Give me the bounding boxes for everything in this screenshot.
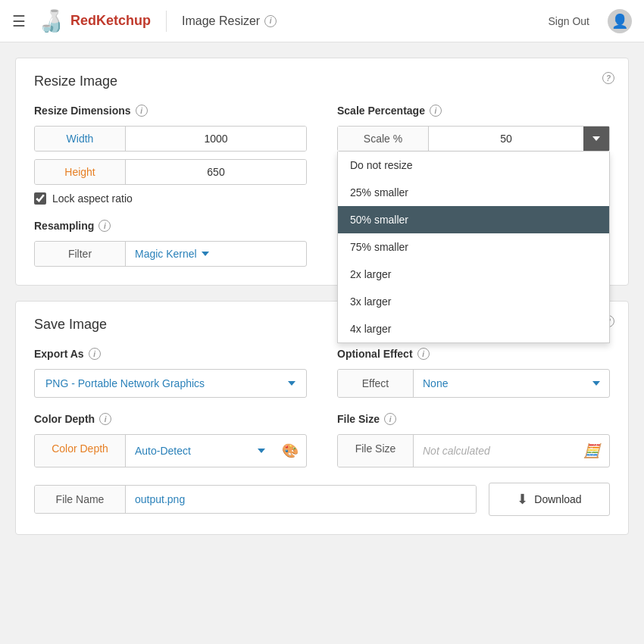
width-row: Width xyxy=(34,126,307,152)
export-label: Export As i xyxy=(34,348,307,360)
filter-value: Magic Kernel xyxy=(135,248,197,260)
color-depth-label-text: Color Depth xyxy=(34,413,95,425)
effect-value: None xyxy=(423,377,448,389)
scale-option-25-smaller[interactable]: 25% smaller xyxy=(338,179,609,206)
sign-out-link[interactable]: Sign Out xyxy=(549,15,589,27)
scale-option-4x-larger[interactable]: 4x larger xyxy=(338,315,609,342)
filename-input[interactable] xyxy=(126,486,476,513)
logo: 🍶 RedKetchup xyxy=(38,8,151,33)
scale-field-label: Scale % xyxy=(338,127,429,151)
filesize-info-icon[interactable]: i xyxy=(384,413,396,425)
height-input[interactable] xyxy=(126,160,306,184)
effect-chevron-icon xyxy=(592,381,600,386)
avatar[interactable]: 👤 xyxy=(608,9,632,33)
logo-icon: 🍶 xyxy=(38,8,64,33)
dimensions-info-icon[interactable]: i xyxy=(136,105,148,117)
height-label: Height xyxy=(35,160,126,184)
scale-dropdown-menu: Do not resize 25% smaller 50% smaller 75… xyxy=(337,152,610,343)
resize-card-title: Resize Image xyxy=(34,73,610,89)
scale-option-50-smaller[interactable]: 50% smaller xyxy=(338,206,609,233)
resampling-row: Filter Magic Kernel xyxy=(34,241,307,267)
color-depth-info-icon[interactable]: i xyxy=(99,413,111,425)
scale-col: Scale Percentage i Scale % 50 Do not res… xyxy=(337,105,610,267)
export-chevron-icon xyxy=(288,381,295,386)
color-depth-label: Color Depth i xyxy=(34,413,307,425)
download-label: Download xyxy=(534,493,581,505)
effect-label: Optional Effect i xyxy=(337,348,610,360)
lock-aspect-checkbox[interactable] xyxy=(34,192,46,205)
scale-dropdown-button[interactable] xyxy=(583,127,609,151)
menu-icon[interactable]: ☰ xyxy=(12,12,26,30)
resampling-label-text: Resampling xyxy=(34,220,94,232)
resampling-info-icon[interactable]: i xyxy=(98,220,111,232)
app-title-text: Image Resizer xyxy=(182,14,260,28)
scale-chevron-icon xyxy=(592,136,600,141)
filesize-label: File Size i xyxy=(337,413,610,425)
color-depth-chevron-icon xyxy=(258,449,265,453)
lock-aspect-row: Lock aspect ratio xyxy=(34,192,307,205)
export-value-text: PNG - Portable Network Graphics xyxy=(45,377,205,389)
dimensions-label-text: Resize Dimensions xyxy=(34,105,131,117)
color-depth-value: Auto-Detect xyxy=(135,445,191,457)
header-divider xyxy=(166,11,167,32)
scale-label: Scale Percentage i xyxy=(337,105,610,117)
filter-dropdown[interactable]: Magic Kernel xyxy=(126,242,306,266)
main-content: Resize Image ? Resize Dimensions i Width… xyxy=(0,42,644,550)
header-title: Image Resizer i xyxy=(182,14,277,28)
download-icon: ⬇ xyxy=(517,491,528,508)
filter-chevron-icon xyxy=(202,252,209,256)
resize-card-help-icon[interactable]: ? xyxy=(602,72,614,84)
filename-label: File Name xyxy=(35,486,126,513)
scale-row: Scale % 50 xyxy=(337,126,610,152)
dimensions-label: Resize Dimensions i xyxy=(34,105,307,117)
save-two-col: Export As i PNG - Portable Network Graph… xyxy=(34,348,610,467)
filesize-calc-icon[interactable]: 🧮 xyxy=(583,442,600,459)
export-col: Export As i PNG - Portable Network Graph… xyxy=(34,348,307,467)
color-depth-dropdown[interactable]: Auto-Detect xyxy=(126,435,274,467)
export-label-text: Export As xyxy=(34,348,84,360)
lock-aspect-label: Lock aspect ratio xyxy=(52,192,133,205)
filesize-value-text: Not calculated xyxy=(423,445,490,457)
logo-name: RedKetchup xyxy=(70,13,151,29)
color-depth-field-label: Color Depth xyxy=(35,435,126,467)
filename-row: File Name xyxy=(34,485,477,514)
scale-option-do-not-resize[interactable]: Do not resize xyxy=(338,152,609,179)
effect-col: Optional Effect i Effect None File Size … xyxy=(337,348,610,467)
effect-dropdown[interactable]: None xyxy=(414,370,609,397)
scale-option-3x-larger[interactable]: 3x larger xyxy=(338,288,609,315)
filter-label: Filter xyxy=(35,242,126,266)
filesize-field-label: File Size xyxy=(338,435,414,467)
scale-label-text: Scale Percentage xyxy=(337,105,425,117)
scale-info-icon[interactable]: i xyxy=(430,105,442,117)
effect-info-icon[interactable]: i xyxy=(417,348,430,360)
scale-value: 50 xyxy=(429,127,583,151)
download-button[interactable]: ⬇ Download xyxy=(489,483,610,516)
color-depth-row: Color Depth Auto-Detect 🎨 xyxy=(34,434,307,467)
resize-dimensions-col: Resize Dimensions i Width Height Lock as… xyxy=(34,105,307,267)
color-depth-palette-icon: 🎨 xyxy=(274,435,306,467)
width-label: Width xyxy=(35,127,126,151)
filesize-value: Not calculated 🧮 xyxy=(414,435,609,467)
effect-label-text: Optional Effect xyxy=(337,348,413,360)
app-header: ☰ 🍶 RedKetchup Image Resizer i Sign Out … xyxy=(0,0,644,42)
resize-two-col: Resize Dimensions i Width Height Lock as… xyxy=(34,105,610,267)
resize-card: Resize Image ? Resize Dimensions i Width… xyxy=(15,58,629,286)
width-input[interactable] xyxy=(126,127,306,151)
scale-option-2x-larger[interactable]: 2x larger xyxy=(338,261,609,288)
header-info-icon[interactable]: i xyxy=(264,15,277,27)
scale-option-75-smaller[interactable]: 75% smaller xyxy=(338,233,609,261)
filesize-row: File Size Not calculated 🧮 xyxy=(337,434,610,467)
filesize-label-text: File Size xyxy=(337,413,380,425)
export-row[interactable]: PNG - Portable Network Graphics xyxy=(34,369,307,398)
export-info-icon[interactable]: i xyxy=(89,348,101,360)
export-value[interactable]: PNG - Portable Network Graphics xyxy=(35,370,306,397)
resampling-label: Resampling i xyxy=(34,220,307,232)
filename-section: File Name ⬇ Download xyxy=(34,483,610,516)
effect-field-label: Effect xyxy=(338,370,414,397)
height-row: Height xyxy=(34,159,307,185)
avatar-icon: 👤 xyxy=(611,13,628,30)
scale-dropdown-container: Scale % 50 Do not resize 25% smaller 50%… xyxy=(337,126,610,152)
effect-row: Effect None xyxy=(337,369,610,398)
